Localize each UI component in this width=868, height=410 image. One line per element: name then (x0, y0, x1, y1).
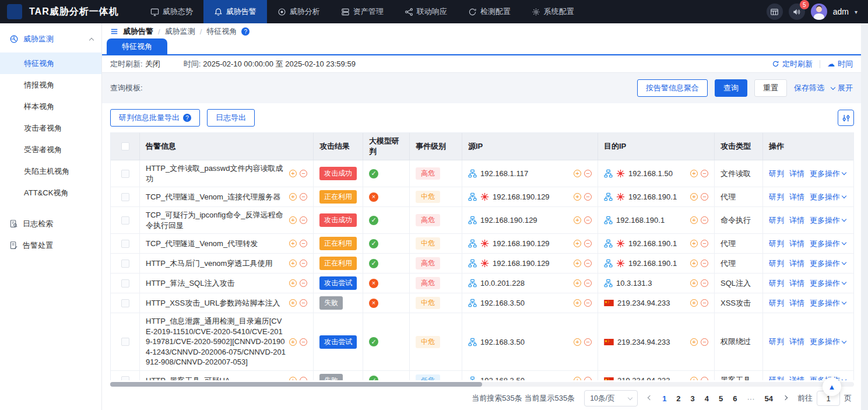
filter-exclude-icon[interactable]: − (701, 377, 708, 380)
verdict-action[interactable]: 研判 (769, 278, 784, 289)
row-checkbox[interactable] (121, 279, 129, 288)
filter-include-icon[interactable]: + (289, 240, 297, 247)
expand-link[interactable]: 展开 (831, 83, 853, 93)
verdict-action[interactable]: 研判 (769, 298, 784, 309)
nav-item-detection-config[interactable]: 检测配置 (458, 0, 521, 23)
filter-include-icon[interactable]: + (574, 240, 581, 247)
user-avatar[interactable] (811, 3, 827, 20)
sidebar-item-feature-view[interactable]: 特征视角 (0, 52, 101, 74)
detail-action[interactable]: 详情 (789, 169, 804, 179)
src-ip[interactable]: 10.0.201.228 (480, 279, 567, 288)
sidebar-item-compromised-host-view[interactable]: 失陷主机视角 (0, 160, 101, 182)
src-ip[interactable]: 192.168.3.50 (480, 299, 567, 307)
notification-speaker-icon[interactable]: 5 (789, 3, 805, 20)
filter-exclude-icon[interactable]: − (584, 240, 592, 247)
reset-button[interactable]: 重置 (754, 79, 787, 97)
nav-item-asset-management[interactable]: 资产管理 (331, 0, 394, 23)
breadcrumb-mid[interactable]: 威胁监测 (165, 26, 195, 37)
filter-include-icon[interactable]: + (690, 338, 698, 346)
more-actions[interactable]: 更多操作 (810, 215, 846, 226)
filter-include-icon[interactable]: + (690, 377, 698, 380)
detail-action[interactable]: 详情 (789, 215, 804, 226)
page-number[interactable]: 1 (662, 394, 666, 403)
filter-exclude-icon[interactable]: − (701, 279, 708, 287)
detail-action[interactable]: 详情 (789, 375, 804, 380)
filter-include-icon[interactable]: + (690, 193, 698, 201)
filter-include-icon[interactable]: + (690, 260, 698, 267)
filter-include-icon[interactable]: + (289, 338, 297, 346)
sidebar-item-sample-view[interactable]: 样本视角 (0, 96, 101, 117)
dst-ip[interactable]: 192.168.1.50 (628, 169, 683, 178)
select-all-checkbox[interactable] (121, 142, 129, 150)
filter-include-icon[interactable]: + (289, 279, 297, 287)
filter-exclude-icon[interactable]: − (300, 299, 307, 307)
src-ip[interactable]: 192.168.3.50 (480, 338, 567, 346)
src-ip[interactable]: 192.168.190.129 (493, 239, 567, 248)
filter-exclude-icon[interactable]: − (584, 338, 592, 346)
page-number[interactable]: 5 (719, 394, 723, 403)
filter-exclude-icon[interactable]: − (300, 338, 307, 346)
row-checkbox[interactable] (121, 338, 129, 346)
page-number[interactable]: 2 (676, 394, 680, 403)
filter-include-icon[interactable]: + (690, 240, 698, 247)
screen-grid-icon[interactable] (767, 3, 783, 20)
dst-ip[interactable]: 219.234.94.233 (617, 299, 683, 307)
filter-include-icon[interactable]: + (289, 170, 297, 177)
filter-exclude-icon[interactable]: − (584, 170, 592, 177)
more-actions[interactable]: 更多操作 (810, 258, 846, 269)
filter-include-icon[interactable]: + (690, 216, 698, 224)
detail-action[interactable]: 详情 (789, 192, 804, 202)
next-page-button[interactable] (782, 398, 788, 400)
filter-include-icon[interactable]: + (289, 216, 297, 224)
filter-include-icon[interactable]: + (690, 279, 698, 287)
filter-exclude-icon[interactable]: − (584, 193, 592, 201)
row-checkbox[interactable] (121, 240, 129, 248)
page-number[interactable]: 4 (705, 394, 709, 403)
verdict-action[interactable]: 研判 (769, 337, 784, 347)
filter-exclude-icon[interactable]: − (584, 216, 592, 224)
save-filter-link[interactable]: 保存筛选 (794, 83, 824, 93)
page-number[interactable]: 6 (733, 394, 737, 403)
filter-include-icon[interactable]: + (574, 260, 581, 267)
time-picker-button[interactable]: ☁ 时间 (827, 59, 853, 69)
filter-exclude-icon[interactable]: − (300, 170, 307, 177)
filter-include-icon[interactable]: + (574, 338, 581, 346)
filter-exclude-icon[interactable]: − (701, 193, 708, 201)
nav-item-threat-posture[interactable]: 威胁态势 (140, 0, 203, 23)
detail-action[interactable]: 详情 (789, 258, 804, 269)
page-number[interactable]: 3 (691, 394, 695, 403)
filter-include-icon[interactable]: + (289, 193, 297, 201)
filter-exclude-icon[interactable]: − (300, 377, 307, 380)
nav-item-system-config[interactable]: 系统配置 (521, 0, 585, 23)
query-button[interactable]: 查询 (715, 79, 747, 97)
more-actions[interactable]: 更多操作 (810, 192, 846, 202)
filter-include-icon[interactable]: + (574, 377, 581, 380)
dst-ip[interactable]: 219.234.94.233 (617, 338, 683, 346)
sidebar-group-threat-monitoring[interactable]: 威胁监测 (0, 23, 101, 52)
more-actions[interactable]: 更多操作 (810, 169, 846, 179)
src-ip[interactable]: 192.168.190.129 (480, 216, 567, 225)
src-ip[interactable]: 192.168.190.129 (493, 259, 567, 268)
verdict-action[interactable]: 研判 (769, 192, 784, 202)
dst-ip[interactable]: 10.3.131.3 (616, 279, 683, 288)
nav-item-threat-alerts[interactable]: 威胁告警 (203, 0, 267, 23)
breadcrumb-leaf[interactable]: 特征视角 (206, 26, 237, 37)
prev-page-button[interactable] (647, 398, 653, 400)
detail-action[interactable]: 详情 (789, 337, 804, 347)
filter-exclude-icon[interactable]: − (300, 260, 307, 267)
sidebar-item-log-search[interactable]: 日志检索 (0, 213, 101, 234)
dst-ip[interactable]: 192.168.190.1 (628, 239, 683, 248)
sidebar-item-alert-handling[interactable]: 告警处置 (0, 234, 101, 256)
verdict-action[interactable]: 研判 (769, 239, 784, 249)
back-to-top-button[interactable]: ▲ (823, 377, 841, 396)
filter-exclude-icon[interactable]: − (701, 260, 708, 267)
filter-include-icon[interactable]: + (574, 193, 581, 201)
page-number[interactable]: 54 (765, 394, 773, 403)
filter-include-icon[interactable]: + (690, 299, 698, 307)
verdict-action[interactable]: 研判 (769, 215, 784, 226)
dst-ip[interactable]: 192.168.190.1 (616, 216, 683, 225)
filter-exclude-icon[interactable]: − (300, 193, 307, 201)
auto-refresh-button[interactable]: 定时刷新 (772, 59, 813, 69)
page-ellipsis[interactable]: ··· (747, 394, 755, 403)
page-size-select[interactable]: 10条/页 (584, 390, 638, 407)
